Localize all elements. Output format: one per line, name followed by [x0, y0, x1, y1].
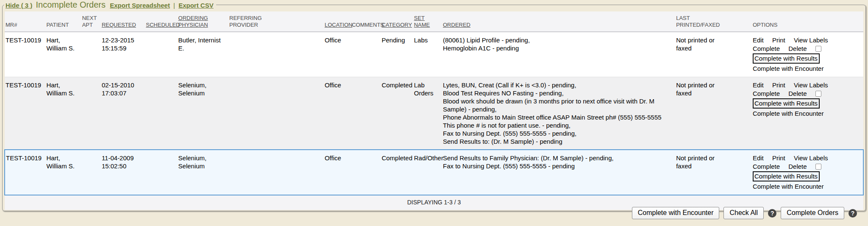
- export-csv-link[interactable]: Export CSV: [178, 2, 214, 9]
- col-header-location[interactable]: LOCATION: [324, 11, 351, 32]
- ordered-item: Send Results to Family Physician: (Dr. M…: [443, 154, 663, 162]
- ordered-item: Blood work should be drawn (in 3 months …: [443, 97, 663, 113]
- delete-link[interactable]: Delete: [788, 163, 807, 170]
- orders-table: MR# PATIENT NEXT APT REQUESTED SCHEDULED…: [4, 11, 864, 210]
- complete-with-results-link[interactable]: Complete with Results: [753, 53, 820, 64]
- complete-with-results-link[interactable]: Complete with Results: [753, 98, 820, 109]
- cell-mr: TEST-10019: [5, 150, 45, 195]
- row-checkbox[interactable]: [815, 91, 821, 97]
- col-header-ordered[interactable]: ORDERED: [442, 11, 675, 32]
- col-header-requested[interactable]: REQUESTED: [101, 11, 145, 32]
- ordered-item: Lytes, BUN, Creat (Call if K+ is <3.0) -…: [443, 81, 663, 89]
- cell-next-apt: [81, 77, 101, 150]
- ordered-item: Fax to Nursing Dept. (555) 555-5555 - pe…: [443, 129, 663, 137]
- page-title: Incomplete Orders: [36, 0, 106, 9]
- cell-last-printed: Not printed or faxed: [675, 150, 752, 195]
- cell-last-printed: Not printed or faxed: [675, 32, 752, 77]
- col-header-referring-provider: REFERRING PROVIDER: [228, 11, 324, 32]
- cell-comments: [351, 77, 381, 150]
- complete-link[interactable]: Complete: [753, 45, 780, 52]
- panel-legend: Hide ( 3 ) Incomplete Orders Export Spre…: [4, 0, 216, 10]
- cell-location: Office: [324, 32, 351, 77]
- view-labels-link[interactable]: View Labels: [794, 81, 828, 89]
- ordered-item: Phone Abnormals to Main Street office AS…: [443, 113, 663, 129]
- col-header-options: OPTIONS: [752, 11, 863, 32]
- complete-with-encounter-link[interactable]: Complete with Encounter: [753, 110, 824, 117]
- cell-scheduled: [145, 150, 177, 195]
- order-row: TEST-10019 Hart, William S. 12-23-2015 1…: [5, 32, 863, 77]
- cell-patient: Hart, William S.: [45, 32, 81, 77]
- help-icon[interactable]: ?: [768, 209, 776, 218]
- complete-with-encounter-button[interactable]: Complete with Encounter: [632, 207, 720, 219]
- col-header-set-name[interactable]: SET NAME: [413, 11, 442, 32]
- bottom-action-bar: Complete with Encounter Check All ? Comp…: [632, 207, 857, 219]
- cell-referring-provider: [228, 32, 324, 77]
- cell-set-name: Rad/Other: [413, 150, 442, 195]
- cell-next-apt: [81, 32, 101, 77]
- delete-link[interactable]: Delete: [788, 90, 807, 97]
- col-header-ordering-physician[interactable]: ORDERING PHYSICIAN: [178, 11, 228, 32]
- view-labels-link[interactable]: View Labels: [794, 36, 828, 44]
- cell-ordered: (80061) Lipid Profile - pending, Hemoglo…: [442, 32, 675, 77]
- export-separator: |: [173, 2, 175, 9]
- print-link[interactable]: Print: [772, 154, 785, 162]
- order-row-selected: TEST-10019 Hart, William S. 11-04-2009 1…: [5, 150, 863, 195]
- cell-last-printed: Not printed or faxed: [675, 77, 752, 150]
- col-header-scheduled[interactable]: SCHEDULED: [145, 11, 177, 32]
- cell-category: Completed: [381, 150, 413, 195]
- cell-ordered: Send Results to Family Physician: (Dr. M…: [442, 150, 675, 195]
- col-header-category[interactable]: CATEGORY: [381, 11, 413, 32]
- order-row: TEST-10019 Hart, William S. 02-15-2010 1…: [5, 77, 863, 150]
- cell-ordering-physician: Selenium, Selenium: [178, 150, 228, 195]
- cell-category: Completed: [381, 77, 413, 150]
- col-header-comments: COMMENTS: [351, 11, 381, 32]
- delete-link[interactable]: Delete: [788, 45, 807, 52]
- print-link[interactable]: Print: [772, 36, 785, 44]
- incomplete-orders-panel: Hide ( 3 ) Incomplete Orders Export Spre…: [2, 0, 866, 211]
- help-icon[interactable]: ?: [849, 209, 857, 218]
- complete-orders-button[interactable]: Complete Orders: [781, 207, 844, 219]
- cell-ordering-physician: Selenium, Selenium: [178, 77, 228, 150]
- complete-with-encounter-link[interactable]: Complete with Encounter: [753, 65, 824, 72]
- print-link[interactable]: Print: [772, 81, 785, 89]
- hide-toggle-link[interactable]: Hide ( 3 ): [6, 2, 32, 9]
- cell-options: Edit Print View Labels Complete Delete C…: [752, 150, 863, 195]
- ordered-item: Fax to Nursing Dept. (555) 555-5555 - pe…: [443, 162, 663, 170]
- cell-patient: Hart, William S.: [45, 77, 81, 150]
- edit-link[interactable]: Edit: [753, 81, 764, 89]
- col-header-mr: MR#: [5, 11, 45, 32]
- edit-link[interactable]: Edit: [753, 154, 764, 162]
- cell-patient: Hart, William S.: [45, 150, 81, 195]
- cell-requested: 02-15-2010 17:03:07: [101, 77, 145, 150]
- cell-ordered: Lytes, BUN, Creat (Call if K+ is <3.0) -…: [442, 77, 675, 150]
- row-checkbox[interactable]: [815, 46, 821, 52]
- cell-referring-provider: [228, 77, 324, 150]
- ordered-item: Hemoglobin A1C - pending: [443, 44, 663, 52]
- ordered-item: Blood Test Requires NO Fasting - pending…: [443, 89, 663, 97]
- cell-next-apt: [81, 150, 101, 195]
- view-labels-link[interactable]: View Labels: [794, 154, 828, 162]
- export-spreadsheet-link[interactable]: Export Spreadsheet: [110, 2, 170, 9]
- cell-comments: [351, 32, 381, 77]
- cell-referring-provider: [228, 150, 324, 195]
- check-all-button[interactable]: Check All: [723, 207, 764, 219]
- cell-scheduled: [145, 77, 177, 150]
- ordered-item: Send Results to: (Dr. M Sample) - pendin…: [443, 137, 663, 145]
- complete-link[interactable]: Complete: [753, 90, 780, 97]
- cell-mr: TEST-10019: [5, 32, 45, 77]
- ordered-item: (80061) Lipid Profile - pending,: [443, 36, 663, 44]
- row-checkbox[interactable]: [815, 164, 821, 170]
- col-header-last-printed: LAST PRINTED/FAXED: [675, 11, 752, 32]
- complete-with-encounter-link[interactable]: Complete with Encounter: [753, 183, 824, 190]
- complete-link[interactable]: Complete: [753, 163, 780, 170]
- cell-category: Pending: [381, 32, 413, 77]
- cell-requested: 12-23-2015 15:15:59: [101, 32, 145, 77]
- complete-with-results-link[interactable]: Complete with Results: [753, 171, 820, 181]
- cell-options: Edit Print View Labels Complete Delete C…: [752, 32, 863, 77]
- col-header-next-apt: NEXT APT: [81, 11, 101, 32]
- cell-set-name: Lab Orders: [413, 77, 442, 150]
- cell-mr: TEST-10019: [5, 77, 45, 150]
- cell-set-name: Labs: [413, 32, 442, 77]
- cell-comments: [351, 150, 381, 195]
- edit-link[interactable]: Edit: [753, 36, 764, 44]
